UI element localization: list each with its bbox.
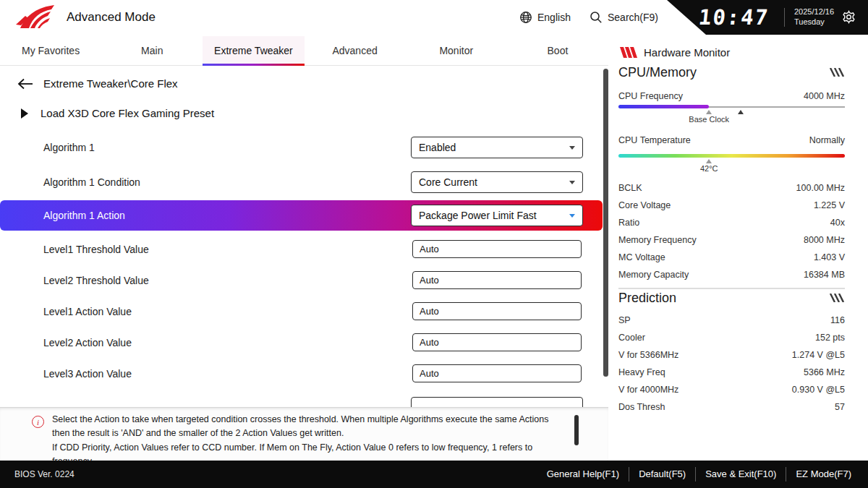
footer-actions: General Help(F1) Default(F5) Save & Exit… — [537, 467, 868, 481]
setting-input-level2-threshold[interactable]: Auto — [412, 271, 582, 289]
weekday-value: Tuesday — [794, 17, 834, 27]
stat-label: V for 5366MHz — [618, 346, 678, 364]
input-value: Auto — [420, 306, 439, 317]
stat-label: SP — [618, 312, 631, 329]
input-value: Auto — [420, 337, 439, 348]
setting-control-partial[interactable] — [411, 397, 583, 407]
stat-value: 1.225 V — [814, 197, 845, 214]
setting-label: Algorithm 1 Action — [43, 200, 125, 231]
stat-label: Core Voltage — [618, 197, 671, 214]
stat-row-v4000: V for 4000MHz 0.930 V @L5 — [618, 381, 845, 398]
stat-value: 40x — [830, 214, 845, 231]
cpu-memory-title: CPU/Memory — [618, 65, 697, 80]
search-button[interactable]: Search(F9) — [590, 11, 658, 24]
clock-panel: 10:47 2025/12/16 Tuesday — [667, 0, 868, 35]
settings-gear-button[interactable] — [841, 9, 856, 25]
stat-value: 100.00 MHz — [796, 179, 845, 197]
tab-monitor[interactable]: Monitor — [406, 36, 507, 65]
chevron-down-icon — [569, 181, 575, 184]
main-scrollbar[interactable] — [603, 69, 608, 377]
cpu-temperature-label: CPU Temperature — [618, 132, 691, 149]
clock-separator — [784, 8, 785, 27]
stat-row-ratio: Ratio 40x — [618, 214, 845, 231]
setting-label: Level2 Threshold Value — [43, 271, 149, 290]
cpu-frequency-label: CPU Frequency — [618, 87, 683, 105]
bios-version: BIOS Ver. 0224 — [0, 469, 75, 479]
settings-panel: Extreme Tweaker\Core Flex Load X3D Core … — [0, 66, 608, 407]
hardware-monitor-title: Hardware Monitor — [644, 46, 730, 59]
stat-label: Cooler — [618, 329, 645, 346]
stat-value: 57 — [835, 398, 845, 416]
tab-advanced[interactable]: Advanced — [305, 36, 406, 65]
setting-input-level2-action[interactable]: Auto — [412, 333, 582, 351]
stat-value: 116 — [830, 312, 845, 329]
input-value: Auto — [420, 368, 439, 379]
default-button[interactable]: Default(F5) — [629, 467, 695, 481]
stat-value: 16384 MB — [804, 266, 845, 283]
help-scrollbar[interactable] — [574, 415, 579, 445]
mode-title: Advanced Mode — [67, 10, 156, 25]
general-help-button[interactable]: General Help(F1) — [537, 467, 629, 481]
setting-dropdown-algorithm1-action[interactable]: Package Power Limit Fast — [411, 205, 583, 226]
dark-stripes-icon — [828, 294, 844, 302]
load-preset-button[interactable]: Load X3D Core Flex Gaming Preset — [20, 107, 214, 119]
tab-extreme-tweaker[interactable]: Extreme Tweaker — [203, 36, 304, 65]
setting-row: Algorithm 1 Enabled — [0, 137, 603, 158]
stat-row-mc-voltage: MC Voltage 1.403 V — [618, 249, 845, 266]
search-icon — [590, 11, 603, 24]
stat-value: 0.930 V @L5 — [792, 381, 845, 398]
stat-label: MC Voltage — [618, 249, 665, 266]
input-value: Auto — [420, 275, 439, 286]
stat-row-heavy-freq: Heavy Freq 5366 MHz — [618, 364, 845, 381]
header-bar: Advanced Mode English Search(F9) — [0, 0, 868, 36]
prediction-title: Prediction — [618, 291, 676, 306]
temperature-marker-label: 42°C — [700, 164, 718, 173]
cpu-frequency-value: 4000 MHz — [804, 87, 845, 105]
cpu-temperature-row: CPU Temperature Normally — [618, 132, 845, 149]
clock-date: 2025/12/16 Tuesday — [794, 7, 834, 27]
sidebar-divider — [618, 288, 845, 289]
hardware-monitor-header: Hardware Monitor — [618, 46, 730, 59]
setting-row: Algorithm 1 Condition Core Current — [0, 171, 603, 193]
breadcrumb-label: Extreme Tweaker\Core Flex — [43, 77, 178, 90]
setting-row: Level2 Threshold Value Auto — [0, 271, 603, 290]
info-circle-icon: i — [32, 416, 44, 428]
setting-label: Level1 Threshold Value — [43, 240, 149, 259]
stat-label: Dos Thresh — [618, 398, 665, 416]
tab-boot[interactable]: Boot — [507, 36, 608, 65]
clock-time: 10:47 — [697, 5, 770, 30]
save-exit-button[interactable]: Save & Exit(F10) — [695, 467, 786, 481]
dark-stripes-icon — [828, 68, 844, 77]
setting-input-level1-threshold[interactable]: Auto — [412, 240, 582, 258]
stat-label: V for 4000MHz — [618, 381, 678, 398]
ez-mode-button[interactable]: EZ Mode(F7) — [786, 467, 861, 481]
stat-row-memory-capacity: Memory Capacity 16384 MB — [618, 266, 845, 283]
setting-input-level3-action[interactable]: Auto — [412, 364, 582, 382]
stat-label: Ratio — [618, 214, 639, 231]
play-triangle-icon — [20, 108, 29, 119]
stat-row-dos-thresh: Dos Thresh 57 — [618, 398, 845, 416]
language-label: English — [537, 12, 571, 23]
preset-label: Load X3D Core Flex Gaming Preset — [41, 107, 214, 119]
tab-my-favorites[interactable]: My Favorites — [0, 36, 101, 65]
stat-value: 152 pts — [815, 329, 845, 346]
dropdown-value: Core Current — [419, 176, 477, 188]
setting-dropdown-algorithm1-condition[interactable]: Core Current — [411, 171, 583, 193]
dropdown-value: Enabled — [419, 142, 456, 153]
breadcrumb: Extreme Tweaker\Core Flex — [17, 77, 178, 90]
cpu-temperature-status: Normally — [809, 132, 845, 149]
base-clock-marker — [706, 110, 712, 114]
setting-row: Level1 Threshold Value Auto — [0, 240, 603, 259]
setting-input-level1-action[interactable]: Auto — [412, 302, 582, 320]
stat-value: 1.274 V @L5 — [792, 346, 845, 364]
setting-label: Level3 Action Value — [43, 364, 132, 383]
tab-main[interactable]: Main — [101, 36, 203, 65]
setting-dropdown-algorithm1[interactable]: Enabled — [411, 137, 583, 158]
back-arrow-icon[interactable] — [17, 78, 33, 90]
stat-row-memory-frequency: Memory Frequency 8000 MHz — [618, 231, 845, 249]
language-selector[interactable]: English — [519, 11, 571, 24]
footer-bar: BIOS Ver. 0224 General Help(F1) Default(… — [0, 461, 868, 488]
search-label: Search(F9) — [608, 12, 658, 23]
red-stripes-icon — [618, 47, 637, 58]
stat-row-core-voltage: Core Voltage 1.225 V — [618, 197, 845, 214]
